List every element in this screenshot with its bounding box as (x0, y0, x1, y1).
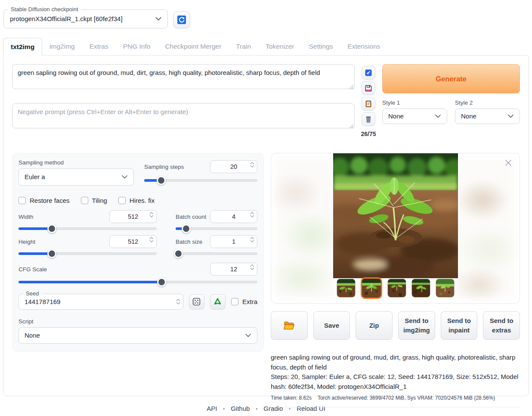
gallery-thumbnail[interactable] (411, 279, 430, 298)
generated-image[interactable] (333, 153, 458, 278)
gallery-thumbnail[interactable] (337, 279, 356, 298)
stepper-arrows[interactable] (250, 162, 254, 168)
generate-button[interactable]: Generate (382, 64, 520, 93)
restore-faces-label: Restore faces (30, 197, 70, 204)
width-slider[interactable] (19, 227, 157, 230)
close-gallery-button[interactable] (502, 157, 514, 169)
stepper-arrows[interactable] (149, 212, 154, 217)
slider-handle[interactable] (47, 224, 56, 233)
seed-input[interactable]: Seed 1441787169 (19, 294, 183, 310)
batch-size-label: Batch size (176, 239, 202, 245)
slider-handle[interactable] (157, 278, 166, 287)
chevron-down-icon (245, 334, 251, 337)
gallery-thumbnail[interactable] (387, 279, 406, 298)
slider-handle[interactable] (182, 224, 191, 233)
width-input[interactable]: 512 (109, 210, 157, 223)
slider-handle[interactable] (174, 249, 183, 258)
apply-style-button[interactable] (362, 97, 375, 111)
batch-size-input[interactable]: 1 (210, 235, 257, 248)
info-prompt-text: green sapling rowing out of ground, mud,… (271, 353, 520, 372)
checkbox-box[interactable] (19, 197, 26, 204)
paste-params-button[interactable] (362, 66, 375, 80)
tab-extras[interactable]: Extras (82, 38, 116, 55)
generation-settings-panel: Sampling method Euler a Sampling steps 2… (12, 153, 264, 352)
sampling-steps-slider[interactable] (144, 179, 257, 182)
sampling-steps-input[interactable]: 20 (210, 160, 257, 173)
tab-train[interactable]: Train (229, 38, 258, 55)
close-icon (505, 159, 512, 166)
save-style-icon (364, 84, 373, 93)
refresh-checkpoints-button[interactable] (173, 11, 190, 28)
restore-faces-checkbox[interactable]: Restore faces (19, 197, 70, 204)
script-label: Script (19, 318, 257, 325)
refresh-icon (177, 15, 186, 25)
stepper-arrows[interactable] (149, 237, 154, 242)
batch-size-slider[interactable] (176, 252, 257, 255)
info-time-taken: Time taken: 8.62s (271, 395, 312, 401)
checkbox-box[interactable] (118, 197, 126, 204)
gallery-thumbnail[interactable] (361, 277, 382, 299)
style2-dropdown[interactable]: None (455, 109, 520, 124)
sampling-method-label: Sampling method (19, 159, 134, 166)
extra-label: Extra (242, 298, 257, 305)
tab-img2img[interactable]: img2img (42, 38, 82, 55)
random-seed-button[interactable] (189, 294, 204, 310)
save-button[interactable]: Save (313, 311, 350, 340)
stepper-arrows[interactable] (250, 237, 254, 242)
width-label: Width (19, 214, 34, 220)
cfg-scale-input[interactable]: 12 (210, 263, 257, 276)
save-style-button[interactable] (362, 81, 375, 95)
batch-count-slider[interactable] (176, 227, 257, 230)
sampling-method-value: Euler a (19, 169, 133, 185)
tiling-checkbox[interactable]: Tiling (81, 197, 107, 204)
slider-handle[interactable] (47, 249, 56, 258)
clear-prompt-button[interactable] (362, 112, 375, 126)
height-input[interactable]: 512 (109, 235, 157, 248)
stepper-arrows[interactable] (250, 212, 254, 217)
zip-button[interactable]: Zip (356, 311, 393, 340)
tab-txt2img[interactable]: txt2img (3, 38, 42, 56)
style1-dropdown[interactable]: None (382, 109, 447, 124)
tab-checkpoint-merger[interactable]: Checkpoint Merger (158, 38, 229, 55)
tab-settings[interactable]: Settings (301, 38, 340, 55)
seed-label: Seed (23, 290, 41, 297)
extra-seed-checkbox[interactable]: Extra (231, 298, 257, 305)
clear-prompt-icon (364, 115, 373, 124)
cfg-scale-slider[interactable] (19, 281, 257, 283)
open-folder-button[interactable] (271, 311, 308, 340)
checkbox-box[interactable] (231, 298, 238, 305)
sampling-steps-label: Sampling steps (144, 164, 184, 170)
paste-params-icon (364, 68, 373, 77)
slider-handle[interactable] (157, 176, 166, 185)
checkbox-box[interactable] (81, 197, 88, 204)
tab-extensions[interactable]: Extensions (340, 38, 387, 55)
prompt-input[interactable]: green sapling rowing out of ground, mud,… (12, 64, 355, 89)
send-to-extras-button[interactable]: Send to extras (483, 311, 520, 340)
chevron-down-icon (122, 175, 127, 179)
height-slider[interactable] (19, 252, 157, 255)
folder-icon (284, 321, 295, 330)
negative-prompt-input[interactable] (12, 103, 355, 128)
cfg-scale-label: CFG Scale (19, 266, 47, 273)
reuse-seed-button[interactable] (210, 294, 226, 310)
apply-style-icon (364, 99, 373, 108)
checkpoint-value: protogenX34OfficialR_1.ckpt [60fe2f34] (4, 10, 167, 28)
chevron-down-icon (155, 17, 161, 21)
send-to-img2img-button[interactable]: Send to img2img (398, 311, 435, 340)
sampling-method-dropdown[interactable]: Euler a (19, 168, 134, 186)
info-vram: Torch active/reserved: 3699/4702 MiB, Sy… (318, 395, 495, 401)
hires-fix-checkbox[interactable]: Hires. fix (118, 197, 155, 204)
checkpoint-dropdown[interactable]: Stable Diffusion checkpoint protogenX34O… (3, 9, 168, 28)
hires-fix-label: Hires. fix (130, 197, 155, 204)
txt2img-panel: green sapling rowing out of ground, mud,… (3, 55, 529, 396)
output-panel: Save Zip Send to img2img Send to inpaint… (271, 153, 520, 407)
gallery-thumbnail[interactable] (436, 279, 455, 298)
tab-tokenizer[interactable]: Tokenizer (258, 38, 301, 55)
script-dropdown[interactable]: None (19, 327, 257, 344)
batch-count-input[interactable]: 4 (210, 210, 257, 223)
stepper-arrows[interactable] (250, 264, 254, 270)
stepper-arrows[interactable] (176, 299, 180, 304)
send-to-inpaint-button[interactable]: Send to inpaint (441, 311, 478, 340)
tiling-label: Tiling (92, 197, 107, 204)
tab-png-info[interactable]: PNG Info (116, 38, 158, 55)
